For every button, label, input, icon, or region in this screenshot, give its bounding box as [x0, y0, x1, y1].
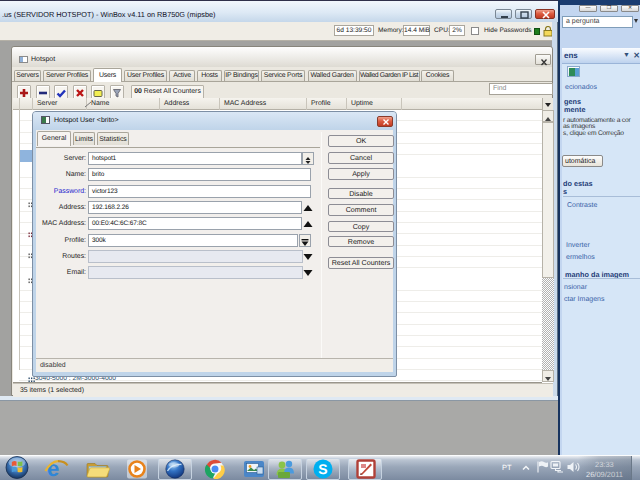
svg-text:S: S: [318, 461, 327, 477]
